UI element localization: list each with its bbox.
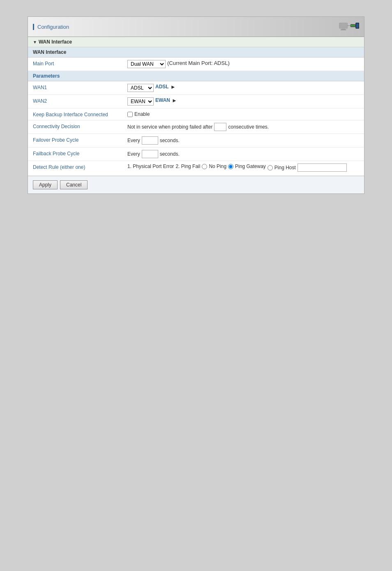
wan-interface-sub-header: WAN Interface (28, 47, 364, 58)
connectivity-row: Connectivity Decision Not in service whe… (28, 120, 364, 134)
detect-rule-item1: 1. Physical Port Error (127, 163, 174, 169)
keep-backup-enable-text: Enable (134, 111, 150, 117)
wan1-select[interactable]: ADSL EWAN (127, 84, 154, 92)
failover-input[interactable]: 12 (142, 136, 158, 145)
svg-rect-9 (356, 24, 358, 28)
config-header: Configuration (28, 17, 364, 37)
wan2-label: WAN2 (33, 97, 127, 104)
parameters-label: Parameters (33, 73, 60, 79)
wan2-value: EWAN ADSL EWAN ► (127, 97, 359, 106)
connectivity-text: Not in service when probing failed after… (127, 123, 269, 131)
failover-every: Every (127, 138, 140, 143)
button-row: Apply Cancel (28, 176, 364, 193)
failback-label: Failback Probe Cycle (33, 150, 127, 157)
section-arrow: ▼ (33, 40, 37, 44)
ping-gateway-radio[interactable] (228, 164, 233, 169)
wan1-link[interactable]: ADSL (155, 84, 169, 90)
failback-row: Failback Probe Cycle Every 3 seconds. (28, 147, 364, 161)
cancel-button[interactable]: Cancel (60, 180, 88, 189)
wan2-row: WAN2 EWAN ADSL EWAN ► (28, 95, 364, 108)
page-wrapper: Configuration (0, 0, 392, 210)
no-ping-radio[interactable] (202, 164, 207, 169)
ping-gateway-row: Ping Gateway (228, 163, 266, 169)
ping-host-row: Ping Host (267, 163, 347, 172)
main-port-label: Main Port (33, 60, 127, 67)
network-icon (339, 20, 359, 33)
detect-rule-row: Detect Rule (either one) 1. Physical Por… (28, 161, 364, 176)
ping-host-input[interactable] (297, 163, 347, 172)
connectivity-label: Connectivity Decision (33, 123, 127, 129)
svg-point-5 (351, 25, 352, 26)
svg-point-7 (354, 25, 355, 26)
failback-every-text: Every 3 seconds. (127, 150, 180, 158)
wan2-select[interactable]: EWAN ADSL (127, 97, 154, 106)
detect-rule-item2: 2. Ping Fail (175, 163, 200, 169)
ping-gateway-label: Ping Gateway (235, 163, 266, 169)
ping-host-label: Ping Host (274, 165, 296, 170)
wan2-arrow-icon: ► (172, 97, 177, 104)
wan-interface-section-header[interactable]: ▼ WAN Interface (28, 37, 364, 47)
detect-rule-label: Detect Rule (either one) (33, 163, 127, 170)
config-panel: Configuration (28, 16, 364, 194)
svg-rect-0 (339, 23, 348, 28)
keep-backup-row: Keep Backup Interface Connected Enable (28, 108, 364, 120)
failover-value: Every 12 seconds. (127, 136, 359, 145)
wan1-value: ADSL EWAN ADSL ► (127, 84, 359, 92)
main-port-current: (Current Main Port: ADSL) (167, 60, 230, 66)
detect-rule-item2-row: 2. Ping Fail (175, 163, 200, 169)
wan1-arrow-icon: ► (171, 84, 176, 90)
failover-unit: seconds. (160, 138, 180, 143)
config-title: Configuration (33, 24, 69, 30)
main-port-row: Main Port Dual WAN Single WAN (Current M… (28, 58, 364, 71)
wan1-row: WAN1 ADSL EWAN ADSL ► (28, 81, 364, 95)
wan2-link[interactable]: EWAN (155, 97, 170, 103)
no-ping-label: No Ping (209, 163, 226, 169)
apply-button[interactable]: Apply (33, 180, 58, 189)
detect-rule-item1-row: 1. Physical Port Error (127, 163, 174, 169)
ping-host-radio[interactable] (267, 165, 273, 170)
keep-backup-check-label[interactable]: Enable (127, 111, 150, 117)
svg-rect-1 (342, 28, 345, 30)
keep-backup-value: Enable (127, 111, 359, 117)
parameters-header: Parameters (28, 71, 364, 81)
failover-row: Failover Probe Cycle Every 12 seconds. (28, 134, 364, 147)
keep-backup-checkbox[interactable] (127, 112, 133, 117)
wan1-label: WAN1 (33, 84, 127, 90)
main-port-select[interactable]: Dual WAN Single WAN (127, 60, 166, 68)
svg-point-6 (353, 25, 354, 26)
main-port-value: Dual WAN Single WAN (Current Main Port: … (127, 60, 359, 68)
failback-unit: seconds. (160, 151, 180, 157)
connectivity-value: Not in service when probing failed after… (127, 123, 359, 131)
failback-input[interactable]: 3 (142, 150, 158, 158)
failback-every: Every (127, 151, 140, 157)
connectivity-text2: consecutive times. (228, 124, 269, 130)
keep-backup-label: Keep Backup Interface Connected (33, 111, 127, 117)
wan-interface-section-label: WAN Interface (39, 39, 72, 45)
no-ping-row: No Ping (202, 163, 226, 169)
failover-every-text: Every 12 seconds. (127, 136, 180, 145)
failover-label: Failover Probe Cycle (33, 136, 127, 143)
config-body: ▼ WAN Interface WAN Interface Main Port … (28, 37, 364, 193)
connectivity-text1: Not in service when probing failed after (127, 124, 212, 130)
failback-value: Every 3 seconds. (127, 150, 359, 158)
header-icon-area (339, 20, 359, 33)
detect-rule-value: 1. Physical Port Error 2. Ping Fail No P… (127, 163, 359, 173)
connectivity-input[interactable]: 5 (214, 123, 226, 131)
wan-interface-sub-label: WAN Interface (33, 49, 66, 55)
svg-rect-2 (341, 30, 346, 30)
